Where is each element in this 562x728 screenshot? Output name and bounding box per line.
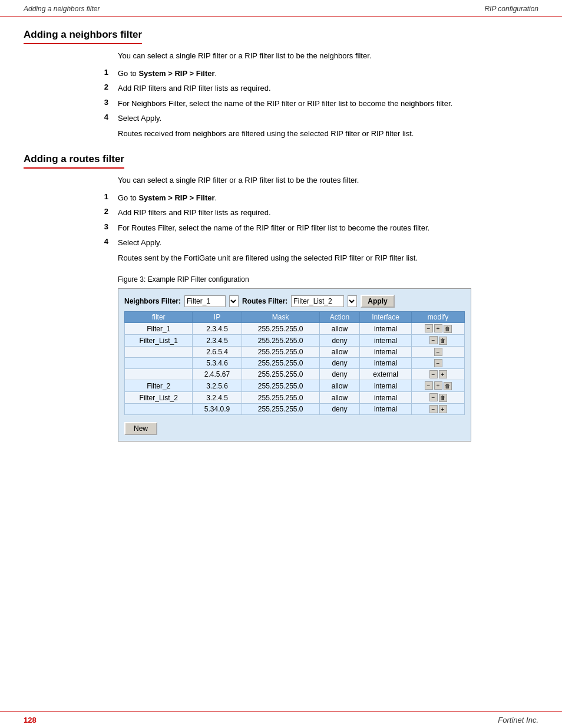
section2-steps: 1 Go to System > RIP > Filter. 2 Add RIP… xyxy=(24,192,538,264)
table-row: Filter_23.2.5.6255.255.255.0allowinterna… xyxy=(125,380,465,392)
company-name: Fortinet Inc. xyxy=(498,716,538,724)
section2-heading: Adding a routes filter xyxy=(24,153,124,169)
minus-icon[interactable]: − xyxy=(429,405,438,413)
minus-icon[interactable]: − xyxy=(429,393,438,401)
step-1-4: 4 Select Apply. xyxy=(24,113,538,124)
table-row: Filter_12.3.4.5255.255.255.0allowinterna… xyxy=(125,323,465,335)
step-2-3: 3 For Routes Filter, select the name of … xyxy=(24,222,538,234)
plus-icon[interactable]: + xyxy=(434,381,442,390)
step-num-2-3: 3 xyxy=(24,222,118,234)
neighbors-filter-select[interactable]: ▼ xyxy=(229,295,239,307)
modify-cell: −+ xyxy=(412,369,465,380)
routes-filter-label: Routes Filter: xyxy=(242,297,287,305)
step-1-1: 1 Go to System > RIP > Filter. xyxy=(24,68,538,80)
step-2-4: 4 Select Apply. xyxy=(24,237,538,249)
step-content-1-3: For Neighbors Filter, select the name of… xyxy=(118,98,538,110)
modify-cell: − xyxy=(412,347,465,358)
step-content-2-3: For Routes Filter, select the name of th… xyxy=(118,222,538,234)
step-bold-1-1: System > RIP > Filter xyxy=(138,69,214,78)
figure-label: Figure 3: xyxy=(118,275,146,284)
trash-icon[interactable]: 🗑 xyxy=(444,382,452,390)
step-2-2: 2 Add RIP filters and RIP filter lists a… xyxy=(24,207,538,219)
modify-cell: −+🗑 xyxy=(412,323,465,335)
new-button[interactable]: New xyxy=(124,422,157,435)
step-content-1-1: Go to System > RIP > Filter. xyxy=(118,68,538,80)
minus-icon[interactable]: − xyxy=(429,370,438,378)
minus-icon[interactable]: − xyxy=(425,324,433,332)
routes-filter-input[interactable] xyxy=(291,295,344,307)
neighbors-filter-label: Neighbors Filter: xyxy=(124,297,181,305)
trash-icon[interactable]: 🗑 xyxy=(444,325,452,333)
step-num-1-2: 2 xyxy=(24,83,118,94)
figure-caption: Figure 3: Example RIP Filter configurati… xyxy=(118,275,538,284)
trash-icon[interactable]: 🗑 xyxy=(439,394,447,402)
table-row: 5.34.0.9255.255.255.0denyinternal−+ xyxy=(125,404,465,415)
table-row: 2.6.5.4255.255.255.0allowinternal− xyxy=(125,347,465,358)
step-content-2-1: Go to System > RIP > Filter. xyxy=(118,192,538,204)
main-content: Adding a neighbors filter You can select… xyxy=(0,17,562,479)
plus-icon[interactable]: + xyxy=(439,405,447,413)
minus-icon[interactable]: − xyxy=(429,336,438,344)
modify-cell: −+🗑 xyxy=(412,380,465,392)
step-content-1-2: Add RIP filters and RIP filter lists as … xyxy=(118,83,538,94)
table-row: Filter_List_12.3.4.5255.255.255.0denyint… xyxy=(125,335,465,347)
minus-icon[interactable]: − xyxy=(425,381,433,390)
modify-cell: −🗑 xyxy=(412,335,465,347)
section-neighbors-filter: Adding a neighbors filter You can select… xyxy=(24,29,538,139)
section1-intro: You can select a single RIP filter or a … xyxy=(118,50,538,62)
section2-intro: You can select a single RIP filter or a … xyxy=(118,174,538,186)
plus-icon[interactable]: + xyxy=(434,324,442,332)
section-routes-filter: Adding a routes filter You can select a … xyxy=(24,153,538,442)
plus-icon[interactable]: + xyxy=(439,370,447,378)
apply-button[interactable]: Apply xyxy=(361,295,394,308)
table-row: Filter_List_23.2.4.5255.255.255.0allowin… xyxy=(125,392,465,404)
step-num-2-2: 2 xyxy=(24,207,118,219)
page-header: Adding a neighbors filter RIP configurat… xyxy=(0,0,562,17)
step-1-3: 3 For Neighbors Filter, select the name … xyxy=(24,98,538,110)
step-num-1-3: 3 xyxy=(24,98,118,110)
filter-top-bar: Neighbors Filter: ▼ Routes Filter: ▼ App… xyxy=(124,295,465,308)
rip-filter-widget: Neighbors Filter: ▼ Routes Filter: ▼ App… xyxy=(118,288,471,442)
col-action: Action xyxy=(319,312,359,323)
neighbors-filter-input[interactable] xyxy=(184,295,226,307)
minus-icon[interactable]: − xyxy=(434,359,442,367)
minus-icon[interactable]: − xyxy=(434,348,442,356)
modify-cell: − xyxy=(412,358,465,369)
page-footer: 128 Fortinet Inc. xyxy=(0,711,562,728)
header-left: Adding a neighbors filter xyxy=(24,5,100,13)
step-content-2-4: Select Apply. xyxy=(118,237,538,249)
col-mask: Mask xyxy=(242,312,319,323)
step1-4-note: Routes received from neighbors are filte… xyxy=(118,128,538,140)
page-number: 128 xyxy=(24,716,37,724)
step-end-2-1: . xyxy=(215,193,217,202)
step-num-2-4: 4 xyxy=(24,237,118,249)
col-filter: filter xyxy=(125,312,193,323)
step-1-2: 2 Add RIP filters and RIP filter lists a… xyxy=(24,83,538,94)
step-content-1-4: Select Apply. xyxy=(118,113,538,124)
step-end-1-1: . xyxy=(215,69,217,78)
table-header-row: filter IP Mask Action Interface modify xyxy=(125,312,465,323)
header-right: RIP configuration xyxy=(484,5,538,13)
rip-filter-table: filter IP Mask Action Interface modify F… xyxy=(124,311,465,415)
new-btn-container: New xyxy=(124,419,465,435)
step-bold-2-1: System > RIP > Filter xyxy=(138,193,214,202)
step-num-2-1: 1 xyxy=(24,192,118,204)
step2-4-note: Routes sent by the FortiGate unit are fi… xyxy=(118,252,538,264)
step-num-1-1: 1 xyxy=(24,68,118,80)
modify-cell: −🗑 xyxy=(412,392,465,404)
section1-heading: Adding a neighbors filter xyxy=(24,29,142,44)
section1-steps: 1 Go to System > RIP > Filter. 2 Add RIP… xyxy=(24,68,538,140)
col-modify: modify xyxy=(412,312,465,323)
col-ip: IP xyxy=(193,312,242,323)
trash-icon[interactable]: 🗑 xyxy=(439,337,447,345)
table-row: 5.3.4.6255.255.255.0denyinternal− xyxy=(125,358,465,369)
table-row: 2.4.5.67255.255.255.0denyexternal−+ xyxy=(125,369,465,380)
step-num-1-4: 4 xyxy=(24,113,118,124)
figure-text: Example RIP Filter configuration xyxy=(146,275,249,284)
step-content-2-2: Add RIP filters and RIP filter lists as … xyxy=(118,207,538,219)
col-interface: Interface xyxy=(360,312,412,323)
step-2-1: 1 Go to System > RIP > Filter. xyxy=(24,192,538,204)
routes-filter-select[interactable]: ▼ xyxy=(348,295,357,307)
modify-cell: −+ xyxy=(412,404,465,415)
